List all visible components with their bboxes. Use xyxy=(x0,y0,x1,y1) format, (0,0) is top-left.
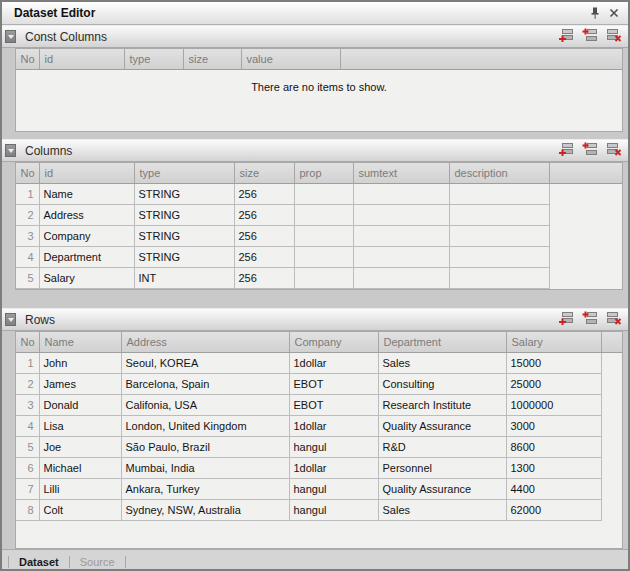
row-number[interactable]: 5 xyxy=(16,437,39,458)
cell[interactable]: Barcelona, Spain xyxy=(121,374,289,395)
cell[interactable]: Consulting xyxy=(378,374,506,395)
row-number[interactable]: 6 xyxy=(16,458,39,479)
column-header-value[interactable]: value xyxy=(241,49,340,70)
chevron-down-icon[interactable] xyxy=(5,30,16,43)
cell[interactable]: Seoul, KOREA xyxy=(121,353,289,374)
cell[interactable]: Sydney, NSW, Australia xyxy=(121,500,289,521)
cell[interactable]: R&D xyxy=(378,437,506,458)
column-header-no[interactable]: No xyxy=(16,163,39,184)
column-header-salary[interactable]: Salary xyxy=(506,332,601,353)
cell[interactable]: 3000 xyxy=(506,416,601,437)
cell[interactable]: Donald xyxy=(39,395,121,416)
column-header-prop[interactable]: prop xyxy=(294,163,353,184)
cell[interactable]: 256 xyxy=(234,268,294,289)
delete-row-icon[interactable] xyxy=(606,142,622,160)
column-header-id[interactable]: id xyxy=(39,49,124,70)
cell[interactable]: Michael xyxy=(39,458,121,479)
column-header-no[interactable]: No xyxy=(16,49,39,70)
row-number[interactable]: 2 xyxy=(16,205,39,226)
cell[interactable]: Sales xyxy=(378,500,506,521)
add-row-icon[interactable] xyxy=(558,142,574,160)
cell[interactable]: 256 xyxy=(234,247,294,268)
cell[interactable] xyxy=(353,226,449,247)
cell[interactable]: London, United Kingdom xyxy=(121,416,289,437)
column-header-department[interactable]: Department xyxy=(378,332,506,353)
cell[interactable]: 1000000 xyxy=(506,395,601,416)
row-number[interactable]: 5 xyxy=(16,268,39,289)
row-number[interactable]: 7 xyxy=(16,479,39,500)
cell[interactable]: Address xyxy=(39,205,134,226)
cell[interactable]: STRING xyxy=(134,205,234,226)
insert-row-icon[interactable] xyxy=(582,28,598,46)
cell[interactable]: Name xyxy=(39,184,134,205)
cell[interactable]: INT xyxy=(134,268,234,289)
close-icon[interactable] xyxy=(604,5,623,22)
cell[interactable]: 256 xyxy=(234,226,294,247)
cell[interactable] xyxy=(449,247,549,268)
cell[interactable]: Sales xyxy=(378,353,506,374)
cell[interactable]: hangul xyxy=(289,500,378,521)
row-number[interactable]: 3 xyxy=(16,226,39,247)
cell[interactable] xyxy=(294,184,353,205)
cell[interactable]: 25000 xyxy=(506,374,601,395)
cell[interactable]: Quality Assurance xyxy=(378,479,506,500)
cell[interactable]: Department xyxy=(39,247,134,268)
chevron-down-icon[interactable] xyxy=(5,313,16,326)
cell[interactable]: 8600 xyxy=(506,437,601,458)
cell[interactable]: Research Institute xyxy=(378,395,506,416)
cell[interactable]: São Paulo, Brazil xyxy=(121,437,289,458)
column-header-company[interactable]: Company xyxy=(289,332,378,353)
row-number[interactable]: 8 xyxy=(16,500,39,521)
cell[interactable] xyxy=(294,247,353,268)
cell[interactable]: Company xyxy=(39,226,134,247)
cell[interactable]: Salary xyxy=(39,268,134,289)
cell[interactable] xyxy=(449,268,549,289)
cell[interactable]: STRING xyxy=(134,184,234,205)
column-header-no[interactable]: No xyxy=(16,332,39,353)
row-number[interactable]: 4 xyxy=(16,416,39,437)
column-header-type[interactable]: type xyxy=(124,49,183,70)
column-header-sumtext[interactable]: sumtext xyxy=(353,163,449,184)
row-number[interactable]: 1 xyxy=(16,184,39,205)
cell[interactable]: Joe xyxy=(39,437,121,458)
column-header-size[interactable]: size xyxy=(183,49,241,70)
cell[interactable]: EBOT xyxy=(289,374,378,395)
cell[interactable]: EBOT xyxy=(289,395,378,416)
row-number[interactable]: 4 xyxy=(16,247,39,268)
cell[interactable]: 1dollar xyxy=(289,416,378,437)
tab-dataset[interactable]: Dataset xyxy=(9,556,69,568)
cell[interactable] xyxy=(353,184,449,205)
chevron-down-icon[interactable] xyxy=(5,144,16,157)
column-header-address[interactable]: Address xyxy=(121,332,289,353)
cell[interactable]: Personnel xyxy=(378,458,506,479)
cell[interactable]: STRING xyxy=(134,247,234,268)
cell[interactable]: hangul xyxy=(289,437,378,458)
cell[interactable] xyxy=(449,205,549,226)
column-header-name[interactable]: Name xyxy=(39,332,121,353)
cell[interactable]: Califonia, USA xyxy=(121,395,289,416)
cell[interactable]: Quality Assurance xyxy=(378,416,506,437)
cell[interactable]: 4400 xyxy=(506,479,601,500)
column-header-description[interactable]: description xyxy=(449,163,549,184)
cell[interactable]: 1300 xyxy=(506,458,601,479)
cell[interactable] xyxy=(294,205,353,226)
add-row-icon[interactable] xyxy=(558,311,574,329)
cell[interactable]: 1dollar xyxy=(289,458,378,479)
cell[interactable] xyxy=(353,205,449,226)
cell[interactable]: 15000 xyxy=(506,353,601,374)
cell[interactable]: STRING xyxy=(134,226,234,247)
cell[interactable]: 62000 xyxy=(506,500,601,521)
row-number[interactable]: 2 xyxy=(16,374,39,395)
insert-row-icon[interactable] xyxy=(582,311,598,329)
cell[interactable]: 1dollar xyxy=(289,353,378,374)
add-row-icon[interactable] xyxy=(558,28,574,46)
cell[interactable]: Colt xyxy=(39,500,121,521)
cell[interactable] xyxy=(353,268,449,289)
cell[interactable] xyxy=(294,268,353,289)
cell[interactable]: 256 xyxy=(234,184,294,205)
cell[interactable]: John xyxy=(39,353,121,374)
delete-row-icon[interactable] xyxy=(606,28,622,46)
cell[interactable]: Ankara, Turkey xyxy=(121,479,289,500)
cell[interactable]: Mumbai, India xyxy=(121,458,289,479)
cell[interactable]: James xyxy=(39,374,121,395)
